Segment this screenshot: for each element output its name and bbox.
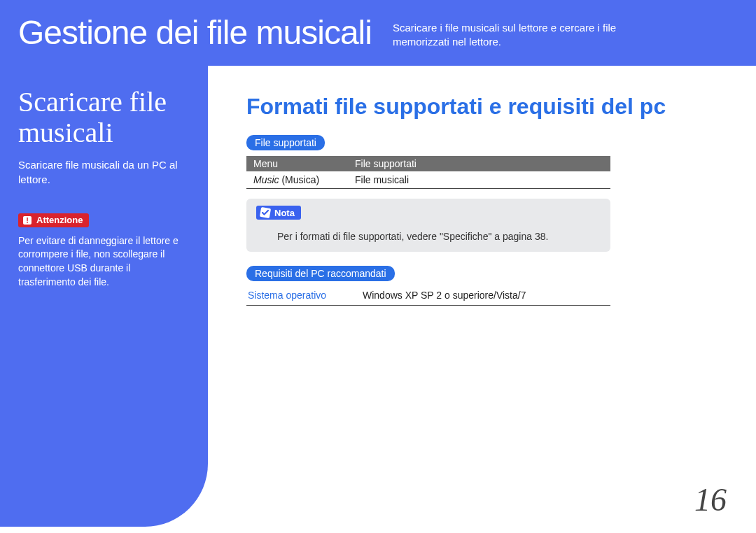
sidebar: Scaricare file musicali Scaricare file m… (0, 66, 208, 527)
attention-badge-label: Attenzione (36, 215, 83, 225)
requirements-label: Sistema operativo (248, 290, 346, 301)
table-cell-supported: File musicali (348, 171, 610, 189)
note-badge-label: Nota (274, 208, 295, 218)
header-title: Gestione dei file musicali (18, 15, 372, 50)
table-cell-menu-italic: Music (253, 174, 279, 185)
body: Scaricare file musicali Scaricare file m… (0, 66, 756, 527)
page-number: 16 (694, 481, 727, 518)
attention-badge: ! Attenzione (18, 213, 89, 227)
supported-files-pill: File supportati (246, 135, 325, 150)
main-title: Formati file supportati e requisiti del … (246, 94, 714, 120)
table-row: Music (Musica) File musicali (246, 171, 610, 189)
table-cell-menu-paren: (Musica) (279, 174, 320, 185)
requirements-value: Windows XP SP 2 o superiore/Vista/7 (363, 290, 526, 301)
note-box: Nota Per i formati di file supportati, v… (246, 199, 610, 252)
note-badge: Nota (256, 206, 301, 220)
table-head-supported: File supportati (348, 156, 610, 171)
attention-text: Per evitare di danneggiare il lettore e … (18, 234, 188, 289)
warning-icon: ! (22, 215, 33, 226)
sidebar-title: Scaricare file musicali (18, 87, 188, 148)
sidebar-subtitle: Scaricare file musicali da un PC al lett… (18, 158, 188, 187)
header-description: Scaricare i file musicali sul lettore e … (393, 15, 659, 50)
table-header-row: Menu File supportati (246, 156, 610, 171)
table-head-menu: Menu (246, 156, 348, 171)
table-cell-menu: Music (Musica) (246, 171, 348, 189)
check-icon (260, 207, 271, 218)
main-content: Formati file supportati e requisiti del … (208, 66, 756, 527)
svg-text:!: ! (26, 216, 29, 225)
requirements-pill: Requisiti del PC raccomandati (246, 266, 395, 281)
requirements-row: Sistema operativo Windows XP SP 2 o supe… (246, 287, 610, 306)
note-text: Per i formati di file supportati, vedere… (256, 231, 601, 242)
supported-files-table: Menu File supportati Music (Musica) File… (246, 156, 610, 189)
header: Gestione dei file musicali Scaricare i f… (0, 0, 756, 66)
